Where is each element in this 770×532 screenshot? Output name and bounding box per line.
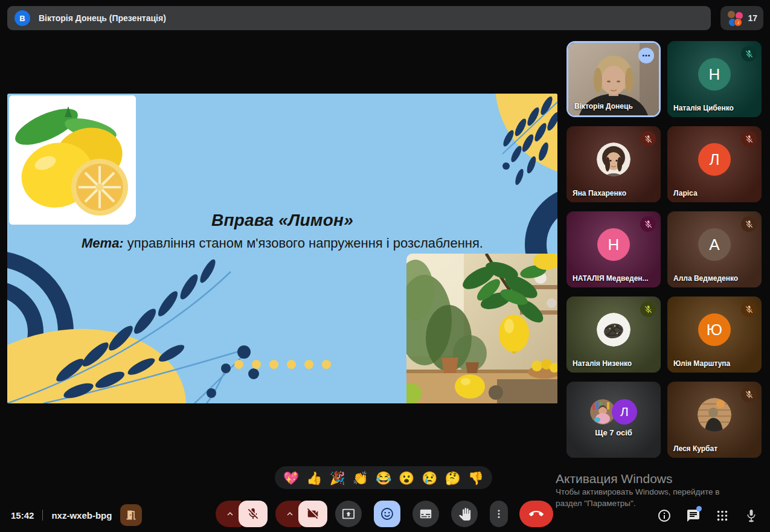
slide-meta-label: Мета:: [82, 236, 124, 251]
mic-off-icon: [745, 50, 754, 59]
reaction-heart[interactable]: 💖: [283, 472, 299, 484]
avatar-initial: Л: [620, 405, 629, 419]
mic-off-badge: [741, 386, 757, 402]
slide-text-block: Вправа «Лимон» Мета: управління станом м…: [7, 211, 557, 251]
participant-tile-overflow[interactable]: Л Ще 7 осіб: [566, 382, 661, 458]
reaction-thumbs-up[interactable]: 👍: [306, 472, 322, 484]
watermark-title: Активация Windows: [556, 472, 719, 486]
end-call-button[interactable]: [519, 501, 553, 527]
camera-control: [275, 501, 327, 527]
present-screen-button[interactable]: [335, 501, 362, 527]
slide-dot: [322, 360, 331, 369]
participant-tile-vedmedenko[interactable]: А Алла Ведмеденко: [667, 211, 762, 287]
participant-avatars-cluster: ♪: [727, 10, 743, 27]
more-options-button[interactable]: [490, 501, 508, 527]
slide-pagination-dots: [7, 360, 557, 369]
reaction-thinking[interactable]: 🤔: [445, 472, 461, 484]
clock: 15:42: [11, 510, 34, 521]
participant-tile-pakharenko[interactable]: Яна Пахаренко: [566, 126, 661, 202]
host-controls-button[interactable]: [741, 505, 762, 526]
mic-off-badge: [640, 301, 656, 317]
reaction-party[interactable]: 🎉: [329, 472, 345, 484]
chat-button[interactable]: [683, 505, 704, 526]
participant-name: Юлія Марштупа: [673, 359, 730, 368]
watermark-line: Чтобы активировать Windows, перейдите в: [556, 486, 719, 498]
overflow-label: Ще 7 осіб: [566, 428, 661, 437]
chevron-up-icon: [284, 508, 295, 519]
meeting-details-button[interactable]: [654, 505, 675, 526]
slide-dot: [252, 360, 261, 369]
mic-off-badge: [741, 131, 757, 147]
camera-off-icon: [306, 507, 319, 521]
meeting-room-button[interactable]: [120, 504, 142, 526]
participant-name: Наталія Низенко: [573, 359, 632, 368]
avatar-photo: [597, 313, 630, 347]
microphone-stand-icon: [744, 508, 759, 523]
avatar: Н: [698, 58, 731, 91]
mic-mute-button[interactable]: [239, 501, 268, 527]
mic-off-badge: [640, 216, 656, 232]
reaction-cry[interactable]: 😢: [422, 472, 437, 484]
slide-dot: [304, 360, 313, 369]
control-bar: 15:42 nxz-wxeb-bpg: [0, 498, 770, 532]
hand-icon: [458, 508, 471, 521]
reaction-laugh[interactable]: 😂: [376, 472, 391, 484]
slide-title: Вправа «Лимон»: [7, 211, 557, 230]
camera-options-chevron[interactable]: [275, 501, 301, 527]
mini-avatar: ♪: [734, 18, 742, 27]
call-end-icon: [529, 507, 544, 521]
mic-off-icon: [246, 507, 260, 521]
divider: [42, 510, 43, 521]
activities-button[interactable]: [712, 505, 733, 526]
participant-tile-medvedenko[interactable]: Н НАТАЛІЯ Медведен...: [566, 211, 661, 287]
reaction-surprised[interactable]: 😮: [399, 472, 414, 484]
avatar-initial: Ю: [707, 321, 722, 339]
participant-name: Наталія Цибенко: [673, 104, 734, 112]
meet-app: В Вікторія Донець (Презентація) ♪ 17: [0, 0, 770, 532]
mini-avatar: [727, 10, 736, 19]
captions-button[interactable]: [412, 501, 439, 527]
lemon-photo: [9, 95, 136, 225]
reactions-button[interactable]: [374, 501, 400, 527]
chevron-up-icon: [225, 508, 236, 519]
participant-tile-kurbat[interactable]: Леся Курбат: [667, 382, 762, 458]
mic-options-chevron[interactable]: [216, 501, 241, 527]
participant-tile-nyzenko[interactable]: Наталія Низенко: [566, 296, 661, 373]
participants-count-button[interactable]: ♪ 17: [720, 6, 763, 30]
raise-hand-button[interactable]: [451, 501, 478, 527]
tile-more-options-button[interactable]: [638, 48, 654, 63]
participant-tile-larisa[interactable]: Л Ларіса: [667, 126, 762, 202]
avatar: Ю: [698, 313, 731, 346]
participant-tile-tsybenko[interactable]: Н Наталія Цибенко: [667, 41, 762, 117]
participant-name: Алла Ведмеденко: [673, 274, 738, 283]
captions-icon: [419, 507, 432, 521]
reactions-bar: 💖 👍 🎉 👏 😂 😮 😢 🤔 👎: [275, 466, 492, 489]
presenter-banner: В Вікторія Донець (Презентація): [7, 6, 711, 30]
avatar: А: [698, 228, 731, 261]
reaction-clap[interactable]: 👏: [353, 472, 368, 484]
slide-meta-text: управління станом м'язового напруження і…: [127, 236, 483, 251]
participant-tile-viktoriya[interactable]: Вікторія Донець: [566, 41, 661, 117]
presented-slide: Вправа «Лимон» Мета: управління станом м…: [7, 94, 557, 403]
participant-name: Ларіса: [673, 189, 698, 197]
avatar-photo: [698, 398, 731, 432]
meeting-code: nxz-wxeb-bpg: [51, 510, 112, 521]
three-dots-icon: [641, 51, 651, 60]
presenter-name: Вікторія Донець (Презентація): [39, 13, 166, 23]
participant-name: Леся Курбат: [673, 444, 717, 453]
chat-notification-dot: [696, 506, 702, 511]
lemon-tree-photo: [406, 254, 557, 403]
info-icon: [657, 508, 672, 523]
avatar-initial: А: [709, 236, 719, 254]
slide-dot: [287, 360, 296, 369]
mic-off-icon: [644, 220, 653, 229]
slide-dot: [269, 360, 278, 369]
reaction-thumbs-down[interactable]: 👎: [468, 472, 484, 484]
camera-off-button[interactable]: [298, 501, 327, 527]
participant-name: Яна Пахаренко: [573, 189, 626, 197]
participant-name: НАТАЛІЯ Медведен...: [573, 274, 649, 283]
more-vert-icon: [493, 508, 504, 519]
mic-off-badge: [741, 216, 757, 232]
participant-tile-marshtupa[interactable]: Ю Юлія Марштупа: [667, 296, 762, 373]
panel-buttons: [654, 505, 762, 526]
